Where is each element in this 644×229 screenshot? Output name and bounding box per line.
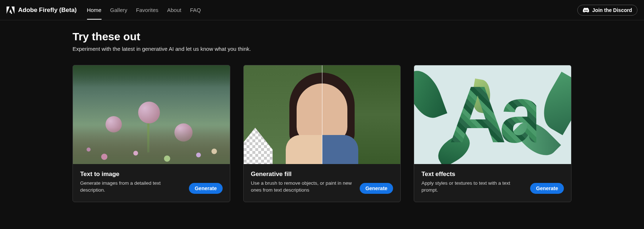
generate-button[interactable]: Generate — [530, 183, 564, 194]
card-description: Generate images from a detailed text des… — [80, 180, 183, 194]
adobe-logo-icon — [7, 7, 15, 14]
section-title: Try these out — [73, 30, 571, 43]
card-image-generative-fill — [244, 65, 401, 164]
discord-icon — [583, 8, 589, 13]
card-body: Generative fill Use a brush to remove ob… — [244, 164, 401, 202]
card-text-effects[interactable]: Aa Text effects Apply styles or textures… — [414, 65, 571, 202]
card-image-text-to-image — [73, 65, 230, 164]
generate-button[interactable]: Generate — [189, 183, 223, 194]
card-text: Generative fill Use a brush to remove ob… — [251, 171, 354, 194]
card-title: Generative fill — [251, 171, 354, 178]
nav-about[interactable]: About — [167, 0, 181, 20]
join-discord-button[interactable]: Join the Discord — [577, 5, 637, 16]
card-body: Text to image Generate images from a det… — [73, 164, 230, 202]
logo[interactable]: Adobe Firefly (Beta) — [7, 7, 77, 14]
card-text-to-image[interactable]: Text to image Generate images from a det… — [73, 65, 230, 202]
nav-gallery[interactable]: Gallery — [110, 0, 128, 20]
card-text: Text effects Apply styles or textures to… — [421, 171, 524, 194]
card-text: Text to image Generate images from a det… — [80, 171, 183, 194]
generate-button[interactable]: Generate — [360, 183, 393, 194]
card-description: Apply styles or textures to text with a … — [421, 180, 524, 194]
card-description: Use a brush to remove objects, or paint … — [251, 180, 354, 194]
main-content: Try these out Experiment with the latest… — [0, 20, 644, 212]
discord-label: Join the Discord — [592, 7, 632, 13]
card-image-text-effects: Aa — [414, 65, 571, 164]
nav-faq[interactable]: FAQ — [190, 0, 201, 20]
header: Adobe Firefly (Beta) Home Gallery Favori… — [0, 0, 644, 20]
card-title: Text effects — [421, 171, 524, 178]
nav-home[interactable]: Home — [87, 0, 102, 20]
card-generative-fill[interactable]: Generative fill Use a brush to remove ob… — [243, 65, 401, 202]
cards-row: Text to image Generate images from a det… — [73, 65, 571, 202]
main-nav: Home Gallery Favorites About FAQ — [87, 0, 201, 20]
card-body: Text effects Apply styles or textures to… — [414, 164, 571, 202]
header-left: Adobe Firefly (Beta) Home Gallery Favori… — [7, 0, 201, 20]
nav-favorites[interactable]: Favorites — [136, 0, 158, 20]
app-name: Adobe Firefly (Beta) — [18, 7, 77, 14]
card-title: Text to image — [80, 171, 183, 178]
section-subtitle: Experiment with the latest in generative… — [73, 46, 571, 52]
